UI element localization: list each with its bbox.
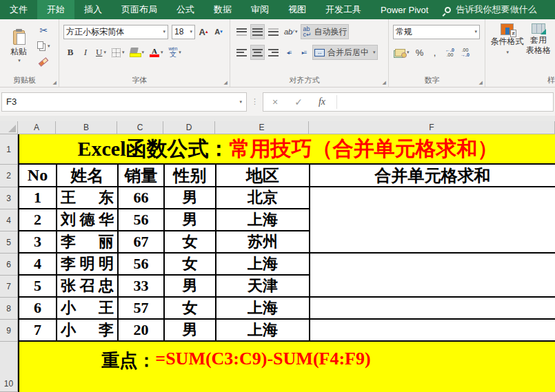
accounting-format-button[interactable]: ▾ xyxy=(393,45,412,60)
row-header-7[interactable]: 7 xyxy=(0,276,18,298)
tab-page-layout[interactable]: 页面布局 xyxy=(112,0,167,19)
phonetic-button[interactable]: wén文 ▾ xyxy=(166,45,183,60)
row-header-8[interactable]: 8 xyxy=(0,298,18,320)
number-format-select[interactable]: 常规▾ xyxy=(393,25,480,39)
cell-c8[interactable]: 57 xyxy=(119,298,165,320)
name-box[interactable]: F3 ▾ xyxy=(1,92,247,112)
cell-c9[interactable]: 20 xyxy=(119,320,165,342)
cell-d5[interactable]: 女 xyxy=(165,231,216,254)
cell-c3[interactable]: 66 xyxy=(119,187,165,209)
cell-a6[interactable]: 4 xyxy=(19,254,57,276)
column-header-c[interactable]: C xyxy=(117,121,163,134)
header-cell-gender[interactable]: 性别 xyxy=(165,165,216,187)
align-left-button[interactable] xyxy=(234,45,249,60)
top-align-button[interactable] xyxy=(234,24,249,39)
cell-b7[interactable]: 张召忠 xyxy=(57,276,119,298)
merge-center-button[interactable]: ↔ 合并后居中 ▾ xyxy=(312,45,378,60)
cell-c4[interactable]: 56 xyxy=(119,209,165,231)
cell-f3-f5-merged[interactable] xyxy=(310,187,555,254)
insert-function-button[interactable]: fx xyxy=(310,96,334,107)
tab-power-pivot[interactable]: Power Pivot xyxy=(371,0,438,19)
cell-b9[interactable]: 小李 xyxy=(57,320,119,342)
align-center-button[interactable] xyxy=(250,45,265,60)
cell-a3[interactable]: 1 xyxy=(19,187,57,209)
cell-b8[interactable]: 小王 xyxy=(57,298,119,320)
header-cell-no[interactable]: No xyxy=(19,165,57,187)
cell-e8[interactable]: 上海 xyxy=(216,298,310,320)
copy-button[interactable]: ▾ xyxy=(35,39,52,54)
cell-d7[interactable]: 男 xyxy=(165,276,216,298)
column-header-e[interactable]: E xyxy=(215,121,309,134)
grow-font-button[interactable]: A▴ xyxy=(196,24,210,39)
row-header-3[interactable]: 3 xyxy=(0,187,18,209)
cell-d6[interactable]: 女 xyxy=(165,254,216,276)
paste-dropdown-caret[interactable]: ▾ xyxy=(18,58,21,63)
enter-button[interactable]: ✓ xyxy=(287,96,310,107)
conditional-formatting-button[interactable]: 条件格式 ▾ xyxy=(490,23,525,57)
increase-decimal-button[interactable]: ←.0.00 xyxy=(443,45,457,60)
header-cell-region[interactable]: 地区 xyxy=(216,165,310,187)
cell-e5[interactable]: 苏州 xyxy=(216,231,310,254)
cell-a9[interactable]: 7 xyxy=(19,320,57,342)
italic-button[interactable]: I xyxy=(79,45,92,60)
row-header-6[interactable]: 6 xyxy=(0,254,18,276)
font-dialog-launcher[interactable]: ◢ xyxy=(224,80,228,85)
cell-e3[interactable]: 北京 xyxy=(216,187,310,209)
font-color-button[interactable]: A▾ xyxy=(148,45,165,60)
column-header-a[interactable]: A xyxy=(18,121,56,134)
row-header-5[interactable]: 5 xyxy=(0,231,18,254)
tab-insert[interactable]: 插入 xyxy=(74,0,112,19)
cell-b5[interactable]: 李丽 xyxy=(57,231,119,254)
title-cell[interactable]: Excel函数公式：常用技巧（合并单元格求和） xyxy=(19,134,555,165)
tab-view[interactable]: 视图 xyxy=(279,0,316,19)
cut-button[interactable]: ✂ xyxy=(35,23,52,38)
cell-a4[interactable]: 2 xyxy=(19,209,57,231)
decrease-decimal-button[interactable]: .00→.0 xyxy=(458,45,472,60)
cell-e7[interactable]: 天津 xyxy=(216,276,310,298)
cell-c7[interactable]: 33 xyxy=(119,276,165,298)
orientation-button[interactable]: ab∕▾ xyxy=(282,24,299,39)
cell-a7[interactable]: 5 xyxy=(19,276,57,298)
paste-button[interactable]: 粘贴 ▾ xyxy=(4,23,33,70)
font-name-select[interactable]: 方正小标宋简体▾ xyxy=(63,25,168,39)
footer-cell[interactable]: 重点：=SUM(C3:C9)-SUM(F4:F9) xyxy=(19,342,555,392)
row-header-4[interactable]: 4 xyxy=(0,209,18,231)
comma-style-button[interactable]: , xyxy=(428,45,442,60)
tell-me-search[interactable]: 告诉我你想要做什么 xyxy=(438,3,543,16)
bottom-align-button[interactable] xyxy=(266,24,281,39)
cell-c6[interactable]: 56 xyxy=(119,254,165,276)
header-cell-sales[interactable]: 销量 xyxy=(119,165,165,187)
cell-a8[interactable]: 6 xyxy=(19,298,57,320)
row-header-9[interactable]: 9 xyxy=(0,320,18,342)
cell-b3[interactable]: 王东 xyxy=(57,187,119,209)
alignment-dialog-launcher[interactable]: ◢ xyxy=(383,80,386,85)
cell-d9[interactable]: 男 xyxy=(165,320,216,342)
name-box-caret[interactable]: ▾ xyxy=(239,99,242,105)
tab-review[interactable]: 审阅 xyxy=(241,0,279,19)
row-header-2[interactable]: 2 xyxy=(0,165,18,187)
header-cell-merged-sum[interactable]: 合并单元格求和 xyxy=(310,165,555,187)
tab-file[interactable]: 文件 xyxy=(0,0,37,19)
font-size-select[interactable]: 18▾ xyxy=(172,25,195,39)
cell-e6[interactable]: 上海 xyxy=(216,254,310,276)
cell-f8[interactable] xyxy=(310,298,555,320)
cell-e9[interactable]: 上海 xyxy=(216,320,310,342)
format-as-table-button[interactable]: 套用 表格格 xyxy=(525,23,552,57)
select-all-corner[interactable] xyxy=(0,121,18,134)
format-painter-button[interactable] xyxy=(35,54,52,70)
percent-style-button[interactable]: % xyxy=(413,45,427,60)
cancel-button[interactable]: × xyxy=(263,96,287,107)
wrap-text-button[interactable]: abc↵ 自动换行 xyxy=(301,24,349,39)
middle-align-button[interactable] xyxy=(250,24,265,39)
borders-button[interactable]: ▾ xyxy=(110,45,127,60)
cell-b6[interactable]: 李明明 xyxy=(57,254,119,276)
cell-d3[interactable]: 男 xyxy=(165,187,216,209)
shrink-font-button[interactable]: A▾ xyxy=(212,24,225,39)
bold-button[interactable]: B xyxy=(63,45,77,60)
cell-c5[interactable]: 67 xyxy=(119,231,165,254)
cell-f6-f7-merged[interactable] xyxy=(310,254,555,298)
tab-data[interactable]: 数据 xyxy=(204,0,241,19)
underline-button[interactable]: U▾ xyxy=(94,45,108,60)
cell-e4[interactable]: 上海 xyxy=(216,209,310,231)
align-right-button[interactable] xyxy=(266,45,281,60)
